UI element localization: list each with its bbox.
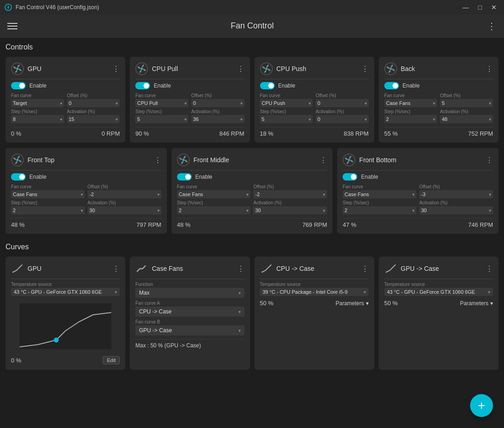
fan-curve-a-value-case-fans-curve[interactable]: CPU -> Case [135,307,244,317]
stat-rpm-front-middle: 769 RPM [302,221,327,228]
toggle-gpu[interactable] [11,82,26,89]
fan-curve-group: Fan curve CPU Pull [135,93,188,107]
card-divider [11,79,120,79]
offset-label: Offset (%) [67,93,120,98]
card-menu-front-middle[interactable]: ⋮ [320,156,327,165]
step-select-front-top[interactable]: 2 [11,206,85,214]
maximize-button[interactable]: □ [476,3,485,12]
step-select-front-bottom[interactable]: 2 [343,206,416,214]
toggle-front-bottom[interactable] [343,173,357,181]
step-select-back[interactable]: 2 [384,115,438,123]
offset-select-wrapper: 0 [316,99,369,107]
offset-select-front-bottom[interactable]: -3 [419,190,493,198]
offset-select-front-middle[interactable]: -2 [253,190,327,198]
step-group: Step (%/sec) 5 [260,109,313,123]
offset-select-gpu[interactable]: 0 [67,99,120,107]
fan-curve-select-cpu-pull[interactable]: CPU Pull [135,99,188,107]
card-divider [260,279,369,279]
offset-group: Offset (%) 5 [440,93,493,107]
step-select-cpu-push[interactable]: 5 [260,115,313,123]
offset-select-cpu-push[interactable]: 0 [316,99,369,107]
step-select-cpu-pull[interactable]: 5 [135,115,188,123]
temp-source-value-gpu-curve[interactable]: 43 °C - GPU - GeForce GTX 1060 6GE [11,288,120,296]
fan-curve-select-back[interactable]: Case Fans [384,99,438,107]
topbar-menu-button[interactable]: ⋮ [487,21,497,32]
activation-select-cpu-push[interactable]: 0 [316,115,369,123]
stat-pct-front-middle: 48 % [177,221,191,228]
enable-label-front-bottom: Enable [361,174,378,180]
hamburger-line3 [7,28,17,29]
minimize-button[interactable]: — [460,3,472,12]
enable-row-front-middle: Enable [177,173,327,181]
toggle-front-top[interactable] [11,173,26,181]
card-name-back: Back [401,65,415,72]
activation-select-front-middle[interactable]: 30 [253,206,327,214]
activation-select-gpu[interactable]: 15 [67,115,120,123]
add-button[interactable]: + [470,394,493,417]
activation-label: Activation (%) [440,109,493,114]
fan-curve-select-front-middle[interactable]: Case Fans [177,190,251,198]
activation-select-front-top[interactable]: 30 [88,206,161,214]
toggle-front-middle[interactable] [177,173,192,181]
activation-select-front-bottom[interactable]: 30 [419,206,493,214]
close-button[interactable]: ✕ [488,3,499,12]
card-name-cpu-push: CPU Push [277,65,306,72]
curve-menu-cpu-case-curve[interactable]: ⋮ [361,264,369,273]
step-select-front-middle[interactable]: 2 [177,206,251,214]
fan-curve-b-value-case-fans-curve[interactable]: GPU -> Case [135,325,244,335]
fan-curve-select-front-bottom[interactable]: Case Fans [343,190,416,198]
card-menu-cpu-pull[interactable]: ⋮ [237,65,244,73]
control-card-cpu-push: CPU Push ⋮ Enable Fan curve CPU Push [255,57,374,143]
offset-select-back[interactable]: 5 [440,99,493,107]
fan-curve-label: Fan curve [135,93,188,98]
card-menu-gpu[interactable]: ⋮ [112,65,120,73]
fan-curve-label: Fan curve [11,184,85,189]
activation-group: Activation (%) 30 [419,200,493,214]
fan-curve-label: Fan curve [177,184,251,189]
card-menu-front-bottom[interactable]: ⋮ [486,156,493,165]
offset-select-wrapper: -2 [88,190,161,198]
stats-row-gpu: 0 % 0 RPM [11,127,120,137]
field-row-curve-front-top: Fan curve Case Fans Offset (%) -2 [11,184,161,198]
toggle-cpu-pull[interactable] [135,82,150,89]
card-menu-cpu-push[interactable]: ⋮ [361,65,369,73]
step-label: Step (%/sec) [177,200,251,205]
offset-select-front-top[interactable]: -2 [88,190,161,198]
step-label: Step (%/sec) [135,109,188,114]
app-title: Fan Control [231,21,274,31]
field-row-curve-gpu: Fan curve Target Offset (%) 0 [11,93,120,107]
activation-select-back[interactable]: 48 [440,115,493,123]
fan-curve-select-gpu[interactable]: Target [11,99,64,107]
activation-group: Activation (%) 15 [67,109,120,123]
offset-select-cpu-pull[interactable]: 0 [191,99,244,107]
card-menu-front-top[interactable]: ⋮ [154,156,161,165]
edit-button-gpu-curve[interactable]: Edit [103,356,120,364]
fan-curve-select-cpu-push[interactable]: CPU Push [260,99,313,107]
temp-source-value-cpu-case-curve[interactable]: 39 °C - CPU Package - Intel Core i5-9 [260,288,369,296]
toggle-cpu-push[interactable] [260,82,275,89]
params-button-cpu-case-curve[interactable]: Parameters ▾ [336,300,369,307]
step-select-gpu[interactable]: 8 [11,115,64,123]
params-button-gpu-case-curve[interactable]: Parameters ▾ [460,300,493,307]
temp-source-value-gpu-case-curve[interactable]: 43 °C - GPU - GeForce GTX 1060 6GE [384,288,493,296]
fan-curve-select-wrapper: Case Fans [384,99,438,107]
step-label: Step (%/sec) [343,200,416,205]
enable-row-cpu-pull: Enable [135,82,244,89]
curve-menu-case-fans-curve[interactable]: ⋮ [237,264,244,273]
step-label: Step (%/sec) [11,109,64,114]
activation-label: Activation (%) [88,200,161,205]
fan-curve-select-front-top[interactable]: Case Fans [11,190,85,198]
card-menu-back[interactable]: ⋮ [486,65,493,73]
step-select-wrapper: 2 [343,206,416,214]
curve-menu-gpu-case-curve[interactable]: ⋮ [486,264,493,273]
stat-rpm-front-top: 797 RPM [136,221,161,228]
enable-row-cpu-push: Enable [260,82,369,89]
control-card-front-middle: Front Middle ⋮ Enable Fan curve Case Fan… [172,148,333,234]
curve-menu-gpu-curve[interactable]: ⋮ [112,264,120,273]
function-value-case-fans-curve[interactable]: Max [135,288,244,298]
activation-select-wrapper: 15 [67,115,120,123]
card-header-gpu-case-curve: GPU -> Case ⋮ [384,262,493,275]
activation-select-cpu-pull[interactable]: 36 [191,115,244,123]
hamburger-menu[interactable] [7,23,17,29]
toggle-back[interactable] [384,82,399,89]
